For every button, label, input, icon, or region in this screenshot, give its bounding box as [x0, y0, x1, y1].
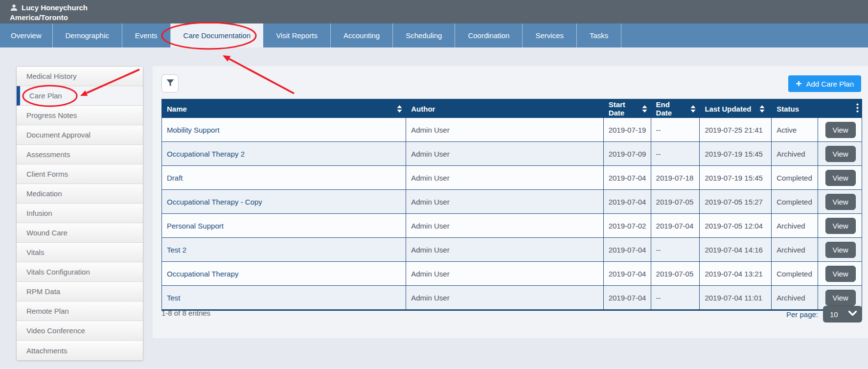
column-header-start_date[interactable]: Start Date [604, 99, 651, 118]
table-row: Occupational TherapyAdmin User2019-07-04… [162, 262, 862, 286]
tab-demographic[interactable]: Demographic [53, 23, 122, 47]
cell-end_date: 2019-07-04 [651, 214, 700, 237]
cell-status: Active [772, 118, 818, 141]
table-row: Mobility SupportAdmin User2019-07-19--20… [162, 118, 862, 142]
sidebar-item-vitals-configuration[interactable]: Vitals Configuration [17, 262, 143, 282]
cell-start_date: 2019-07-04 [604, 238, 651, 261]
view-button[interactable]: View [825, 194, 856, 210]
cell-action: View [818, 142, 862, 165]
column-header-end_date[interactable]: End Date [651, 99, 700, 118]
tab-bar: OverviewDemographicEventsCare Documentat… [0, 23, 868, 47]
cell-name: Mobility Support [162, 118, 406, 141]
sidebar-item-vitals[interactable]: Vitals [17, 243, 143, 262]
sort-icon[interactable] [397, 105, 402, 113]
sidebar-item-wound-care[interactable]: Wound Care [17, 223, 143, 243]
sidebar-item-document-approval[interactable]: Document Approval [17, 125, 143, 145]
cell-action: View [818, 262, 862, 285]
column-header-last_updated[interactable]: Last Updated [700, 99, 772, 118]
chevron-down-icon [848, 310, 857, 319]
view-button[interactable]: View [825, 242, 856, 258]
sidebar-item-infusion[interactable]: Infusion [17, 204, 143, 223]
sidebar-item-remote-plan[interactable]: Remote Plan [17, 301, 143, 321]
sort-icon[interactable] [759, 105, 765, 113]
cell-name: Personal Support [162, 214, 406, 237]
cell-status: Completed [772, 262, 818, 285]
tab-overview[interactable]: Overview [0, 23, 53, 47]
sidebar-item-video-conference[interactable]: Video Conference [17, 321, 143, 341]
cell-last_updated: 2019-07-04 13:21 [700, 262, 772, 285]
cell-last_updated: 2019-07-05 15:27 [700, 190, 772, 213]
sort-icon[interactable] [690, 105, 696, 113]
plus-icon: + [796, 78, 801, 90]
add-care-plan-button[interactable]: + Add Care Plan [788, 75, 861, 92]
cell-name: Occupational Therapy - Copy [162, 190, 406, 213]
cell-last_updated: 2019-07-04 14:16 [700, 238, 772, 261]
top-user-bar: Lucy Honeychurch America/Toronto [0, 0, 868, 23]
cell-author: Admin User [406, 142, 603, 165]
sidebar-item-care-plan[interactable]: Care Plan [17, 86, 143, 106]
cell-author: Admin User [406, 190, 603, 213]
sidebar-item-assessments[interactable]: Assessments [17, 145, 143, 164]
cell-end_date: -- [651, 142, 700, 165]
column-header-name[interactable]: Name [162, 99, 406, 118]
cell-author: Admin User [406, 262, 603, 285]
filter-button[interactable] [161, 74, 179, 92]
cell-author: Admin User [406, 118, 603, 141]
sidebar-menu: Medical HistoryCare PlanProgress NotesDo… [16, 66, 143, 361]
sort-icon[interactable] [642, 105, 647, 113]
sidebar-item-medication[interactable]: Medication [17, 184, 143, 204]
cell-action: View [818, 190, 862, 213]
tab-care-documentation[interactable]: Care Documentation [171, 23, 264, 47]
tab-events[interactable]: Events [122, 23, 171, 47]
cell-name: Test 2 [162, 238, 406, 261]
cell-last_updated: 2019-07-19 15:45 [700, 166, 772, 189]
cell-start_date: 2019-07-04 [604, 166, 651, 189]
view-button[interactable]: View [825, 290, 856, 306]
add-care-plan-label: Add Care Plan [806, 80, 854, 88]
tab-scheduling[interactable]: Scheduling [393, 23, 455, 47]
tab-tasks[interactable]: Tasks [577, 23, 621, 47]
cell-name: Occupational Therapy [162, 262, 406, 285]
sidebar-item-client-forms[interactable]: Client Forms [17, 164, 143, 184]
cell-end_date: 2019-07-18 [651, 166, 700, 189]
tab-visit-reports[interactable]: Visit Reports [263, 23, 331, 47]
cell-end_date: -- [651, 238, 700, 261]
sidebar-item-rpm-data[interactable]: RPM Data [17, 282, 143, 301]
table-row: Test 2Admin User2019-07-04--2019-07-04 1… [162, 238, 862, 262]
column-header-author: Author [406, 99, 603, 118]
table-row: TestAdmin User2019-07-04--2019-07-04 11:… [162, 286, 862, 309]
cell-action: View [818, 166, 862, 189]
table-body: Mobility SupportAdmin User2019-07-19--20… [162, 118, 862, 309]
cell-start_date: 2019-07-04 [604, 262, 651, 285]
cell-end_date: -- [651, 118, 700, 141]
cell-start_date: 2019-07-02 [604, 214, 651, 237]
tab-coordination[interactable]: Coordination [455, 23, 523, 47]
cell-last_updated: 2019-07-25 21:41 [700, 118, 772, 141]
view-button[interactable]: View [825, 170, 856, 186]
tab-services[interactable]: Services [523, 23, 577, 47]
tab-accounting[interactable]: Accounting [331, 23, 393, 47]
view-button[interactable]: View [825, 218, 856, 234]
sidebar-item-attachments[interactable]: Attachments [17, 341, 143, 360]
cell-author: Admin User [406, 214, 603, 237]
column-menu-kebab-icon[interactable] [856, 103, 859, 114]
column-header-action [818, 99, 862, 118]
view-button[interactable]: View [825, 146, 856, 162]
cell-status: Archived [772, 238, 818, 261]
cell-name: Occupational Therapy 2 [162, 142, 406, 165]
person-icon [10, 3, 18, 12]
sidebar-item-medical-history[interactable]: Medical History [17, 67, 143, 86]
view-button[interactable]: View [825, 122, 856, 138]
table-header-row: Name Author Start Date End Date Last Upd… [162, 99, 862, 118]
per-page-label: Per page: [786, 310, 818, 319]
entries-count: 1-8 of 8 entries [161, 309, 210, 317]
cell-status: Archived [772, 214, 818, 237]
view-button[interactable]: View [825, 266, 856, 282]
per-page-select[interactable]: 10 [823, 306, 862, 323]
cell-start_date: 2019-07-09 [604, 142, 651, 165]
sidebar-item-progress-notes[interactable]: Progress Notes [17, 106, 143, 125]
cell-status: Archived [772, 142, 818, 165]
table-row: Occupational Therapy 2Admin User2019-07-… [162, 142, 862, 166]
table-row: Occupational Therapy - CopyAdmin User201… [162, 190, 862, 214]
cell-action: View [818, 118, 862, 141]
